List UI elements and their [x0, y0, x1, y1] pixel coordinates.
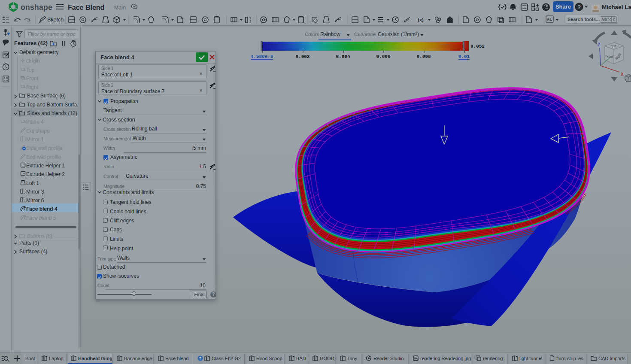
svg-text:AL: AL [547, 17, 552, 21]
svg-text:?: ? [577, 4, 581, 10]
svg-text:(x): (x) [418, 17, 424, 22]
svg-text:Sketch: Sketch [47, 17, 64, 23]
svg-text:Michael LaFle: Michael LaFle [602, 4, 631, 10]
svg-text:Share: Share [555, 3, 571, 10]
svg-text:Main: Main [114, 5, 126, 11]
svg-text:onshape: onshape [21, 3, 52, 12]
svg-text:Z: Z [598, 42, 600, 47]
svg-text:X: X [621, 72, 624, 77]
svg-text:Search tools...: Search tools... [567, 17, 600, 22]
svg-text:Face Blend: Face Blend [68, 4, 104, 11]
